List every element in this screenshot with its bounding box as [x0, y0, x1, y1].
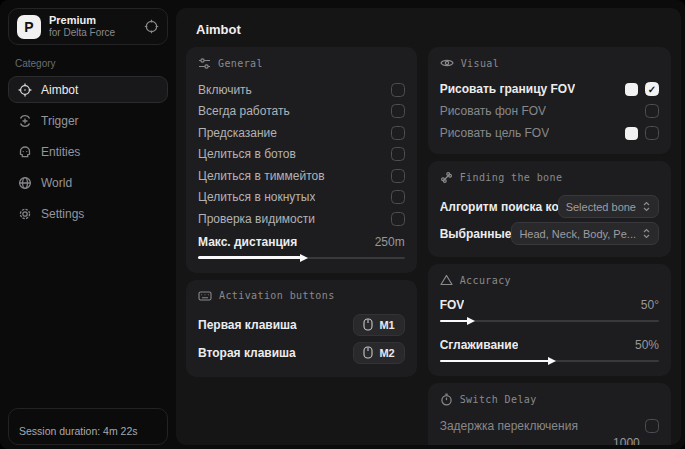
triangle-icon [440, 274, 453, 286]
mouse-icon [363, 318, 373, 331]
smoothing-slider[interactable] [440, 356, 659, 366]
sidebar-item-label: Aimbot [41, 83, 78, 97]
sidebar: P Premium for Delta Force Category Aimbo… [0, 0, 168, 449]
second-key-label: Вторая клавиша [198, 346, 296, 360]
smoothing-slider-block: Сглаживание 50% [440, 335, 659, 366]
unfold-icon [642, 201, 651, 212]
toggle-label: Включить [198, 83, 252, 97]
sliders-icon [198, 57, 211, 70]
timer-icon [440, 393, 453, 406]
keybind-row: Первая клавиша M1 [198, 311, 405, 339]
sidebar-item-label: Entities [41, 145, 80, 159]
settings-icon [18, 207, 32, 221]
max-distance-value: 250m [375, 235, 405, 249]
sidebar-item-aimbot[interactable]: Aimbot [8, 76, 168, 103]
draw-fov-background-checkbox[interactable] [645, 104, 659, 118]
switch-delay-ms-value: 1000 ms [613, 436, 659, 446]
sidebar-item-label: Settings [41, 207, 84, 221]
unfold-icon [642, 228, 651, 239]
activation-header: Activation buttons [198, 290, 405, 302]
sidebar-item-label: World [41, 176, 72, 190]
premium-card: P Premium for Delta Force [8, 8, 168, 45]
visibility-check-checkbox[interactable] [391, 212, 405, 226]
sidebar-item-label: Trigger [41, 114, 79, 128]
fov-target-color-swatch[interactable] [625, 127, 638, 140]
selected-bones-row: Выбранные кости Head, Neck, Body, Pe... [440, 220, 659, 247]
draw-fov-border-label: Рисовать границу FOV [440, 82, 576, 96]
max-distance-slider[interactable] [198, 253, 405, 263]
switch-delay-toggle-label: Задержка переключения [440, 419, 578, 433]
fov-label: FOV [440, 298, 465, 312]
eye-icon [440, 57, 454, 69]
sidebar-nav: Aimbot Trigger Entities [8, 76, 168, 229]
toggle-label: Целиться в ботов [198, 147, 296, 161]
visual-row: Рисовать границу FOV [440, 78, 659, 100]
trigger-icon [18, 114, 32, 128]
toggle-row: Предсказание [198, 122, 405, 144]
switch-delay-toggle-row: Задержка переключения [440, 415, 659, 437]
toggle-label: Проверка видимости [198, 212, 315, 226]
target-bots-checkbox[interactable] [391, 147, 405, 161]
visual-row: Рисовать цель FOV [440, 122, 659, 144]
draw-fov-target-checkbox[interactable] [645, 126, 659, 140]
selected-bones-label: Выбранные кости [440, 227, 512, 241]
always-work-checkbox[interactable] [391, 104, 405, 118]
switch-delay-ms-label: Задержка переключения (мс) [440, 443, 613, 446]
bone-algorithm-row: Алгоритм поиска костей Selected bone [440, 193, 659, 220]
draw-fov-background-label: Рисовать фон FOV [440, 104, 546, 118]
toggle-row: Всегда работать [198, 101, 405, 123]
toggle-label: Предсказание [198, 126, 277, 140]
target-teammates-checkbox[interactable] [391, 169, 405, 183]
activation-buttons-card: Activation buttons Первая клавиша M1 [186, 280, 417, 377]
app-logo: P [17, 15, 41, 39]
max-distance-block: Макс. дистанция 250m [198, 232, 405, 263]
draw-fov-target-label: Рисовать цель FOV [440, 126, 550, 140]
sidebar-item-settings[interactable]: Settings [8, 200, 168, 227]
accuracy-card: Accuracy FOV 50° Сглаживание [428, 264, 671, 376]
premium-title: Premium [49, 14, 136, 27]
max-distance-label: Макс. дистанция [198, 235, 297, 249]
toggle-label: Целиться в тиммейтов [198, 169, 325, 183]
draw-fov-border-checkbox[interactable] [645, 82, 659, 96]
fov-value: 50° [641, 298, 659, 312]
sidebar-item-entities[interactable]: Entities [8, 138, 168, 165]
toggle-row: Целиться в тиммейтов [198, 165, 405, 187]
second-key-button[interactable]: M2 [353, 342, 404, 364]
accuracy-header: Accuracy [440, 274, 659, 286]
entities-icon [18, 145, 32, 159]
first-key-button[interactable]: M1 [353, 314, 404, 336]
world-icon [18, 176, 32, 190]
switch-delay-card: Switch Delay Задержка переключения Задер… [428, 383, 671, 445]
keybind-row: Вторая клавиша M2 [198, 339, 405, 367]
visual-card: Visual Рисовать границу FOV Рисовать фон… [428, 47, 671, 154]
bone-algorithm-select[interactable]: Selected bone [558, 195, 659, 218]
first-key-label: Первая клавиша [198, 318, 297, 332]
switch-delay-checkbox[interactable] [645, 419, 659, 433]
bone-algorithm-label: Алгоритм поиска костей [440, 200, 558, 214]
sidebar-item-trigger[interactable]: Trigger [8, 107, 168, 134]
toggle-label: Всегда работать [198, 104, 290, 118]
toggle-row: Включить [198, 79, 405, 101]
page-title: Aimbot [176, 8, 681, 47]
general-header: General [198, 57, 405, 70]
smoothing-value: 50% [635, 338, 659, 352]
enable-checkbox[interactable] [391, 83, 405, 97]
app-window: P Premium for Delta Force Category Aimbo… [0, 0, 685, 449]
selected-bones-select[interactable]: Head, Neck, Body, Pe... [511, 222, 659, 245]
crosshair-icon [18, 83, 32, 97]
switch-delay-slider-block: Задержка переключения (мс) 1000 ms [440, 440, 659, 446]
target-icon[interactable] [144, 19, 159, 34]
target-knocked-checkbox[interactable] [391, 190, 405, 204]
switch-delay-header: Switch Delay [440, 393, 659, 406]
smoothing-label: Сглаживание [440, 338, 519, 352]
bone-icon [440, 171, 453, 184]
session-duration: Session duration: 4m 22s [19, 425, 137, 437]
prediction-checkbox[interactable] [391, 126, 405, 140]
fov-border-color-swatch[interactable] [625, 83, 638, 96]
category-label: Category [15, 58, 168, 69]
main-panel: Aimbot General Вк [176, 8, 681, 445]
mouse-icon [363, 346, 373, 359]
toggle-row: Проверка видимости [198, 208, 405, 230]
sidebar-item-world[interactable]: World [8, 169, 168, 196]
fov-slider[interactable] [440, 316, 659, 326]
